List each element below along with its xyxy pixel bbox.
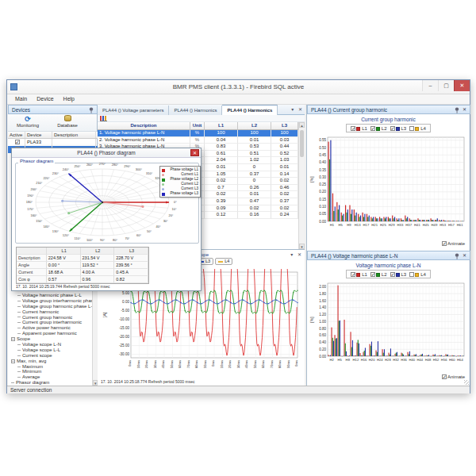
legend-item-l1[interactable]: ✓L1 [351, 272, 367, 277]
series-swatch-icon [376, 127, 380, 131]
legend-item-l4[interactable]: L4 [409, 272, 426, 277]
harmonic-row[interactable]: 1. Voltage harmonic phase L-N% 100100100 [98, 130, 305, 137]
phasor-info-row: Cos φ0.570.960.82 [17, 276, 148, 283]
column-header[interactable]: L3 [271, 122, 298, 130]
devices-panel-header: Devices [8, 105, 98, 114]
branch-tick [17, 322, 21, 323]
status-text: Server connection [10, 387, 52, 393]
svg-text:50ms: 50ms [253, 360, 257, 368]
svg-text:0°: 0° [174, 200, 177, 204]
panel-close-icon[interactable]: ✕ [298, 252, 301, 257]
series-checkbox[interactable]: ✓ [370, 126, 375, 131]
panel-dropdown-icon[interactable]: ▾ [290, 252, 293, 257]
legend-item-l2[interactable]: ✓L2 [370, 272, 387, 277]
tree-item[interactable]: Current scope [8, 353, 98, 359]
legend-item-l3[interactable]: ✓L3 [390, 126, 407, 131]
tree-item[interactable]: Phasor diagram [8, 380, 98, 386]
panel-header: ✕ PLA44 () Current group harmonic [307, 105, 470, 114]
menu-item-device[interactable]: Device [32, 94, 58, 103]
panel-close-icon[interactable]: ✕ [463, 106, 466, 114]
collapse-icon[interactable]: − [11, 359, 15, 363]
svg-text:300°: 300° [136, 167, 143, 171]
svg-text:40ms: 40ms [161, 360, 165, 368]
menu-item-help[interactable]: Help [59, 94, 79, 103]
tree-item[interactable]: Current group harmonic [8, 315, 98, 321]
tree-item[interactable]: Current group interharmonic [8, 320, 98, 325]
svg-text:10°: 10° [172, 207, 177, 211]
close-button[interactable]: ✕ [454, 80, 470, 91]
series-checkbox[interactable] [409, 126, 414, 131]
collapse-icon[interactable]: − [11, 337, 15, 341]
monitoring-button[interactable]: ⟳Monitoring [8, 114, 48, 131]
column-header[interactable]: L2 [238, 122, 271, 130]
tree-item[interactable]: Voltage group interharmonic phase L-L [8, 298, 98, 304]
scroll-down-icon[interactable]: ▼ [299, 244, 305, 249]
series-checkbox[interactable]: ✓ [351, 272, 355, 277]
tree-item[interactable]: Minimum [8, 369, 98, 374]
tree-item[interactable]: −Scope [8, 336, 98, 342]
minimize-button[interactable]: – [422, 80, 438, 91]
svg-text:0.80: 0.80 [319, 327, 326, 331]
svg-text:0.40: 0.40 [319, 160, 326, 164]
tree-item[interactable]: Average [8, 374, 98, 380]
harmonics-scrollbar[interactable]: ▲ ▼ [298, 122, 305, 249]
active-checkbox[interactable]: ✓ [15, 140, 20, 144]
pin-icon[interactable] [455, 253, 459, 262]
svg-text:80ms: 80ms [278, 360, 282, 368]
tree-item[interactable]: Apparent power harmonic [8, 331, 98, 336]
tree-item[interactable]: Active power harmonic [8, 325, 98, 331]
legend-item-l3[interactable]: ✓L3 [390, 272, 407, 277]
panel-close-icon[interactable]: ✕ [463, 251, 466, 260]
column-header[interactable]: Active [8, 132, 25, 138]
svg-text:-10.00: -10.00 [119, 317, 129, 321]
phasor-window[interactable]: PLA44 () Phasor diagram ✕ Phasor diagram… [11, 148, 202, 291]
legend-item-l1[interactable]: ✓L1 [351, 126, 367, 131]
svg-text:270°: 270° [99, 162, 106, 166]
animate-checkbox[interactable]: ✓ Animate [442, 241, 465, 246]
svg-text:[%]: [%] [309, 176, 314, 182]
scope-toggle-l4[interactable]: L4 [215, 258, 232, 265]
column-header[interactable]: Unit [190, 122, 205, 130]
series-checkbox[interactable]: ✓ [370, 272, 375, 277]
tab-close-icon[interactable]: ✕ [298, 107, 302, 112]
tree-item[interactable]: Maximum [8, 364, 98, 370]
database-button[interactable]: Database [48, 114, 87, 131]
menu-item-main[interactable]: Main [10, 94, 32, 103]
tab-list-dropdown-icon[interactable]: ▾ [291, 107, 294, 112]
svg-text:0.60: 0.60 [319, 333, 326, 337]
legend-item-l2[interactable]: ✓L2 [370, 126, 387, 131]
tree-item[interactable]: Voltage group harmonic phase L-L [8, 304, 98, 309]
series-checkbox[interactable]: ✓ [390, 126, 395, 131]
scroll-up-icon[interactable]: ▲ [299, 122, 305, 128]
series-checkbox[interactable]: ✓ [390, 272, 395, 277]
pin-icon[interactable] [455, 107, 459, 116]
maximize-button[interactable]: ▢ [438, 80, 454, 91]
harmonics-scroll-thumb[interactable] [300, 130, 304, 157]
legend-item-l4[interactable]: L4 [409, 126, 426, 131]
column-header[interactable]: Device [25, 132, 52, 138]
harmonic-row[interactable]: 2. Voltage harmonic phase L-N% 0.040.010… [98, 137, 305, 144]
svg-text:0.55: 0.55 [319, 138, 326, 142]
tab[interactable]: PLA44 () Harmonics [222, 105, 278, 115]
window-titlebar[interactable]: BMR PMS client (1.3.3.1) - Firebird SQL … [7, 80, 470, 94]
device-row[interactable]: ✓ PLA33 [8, 139, 98, 146]
branch-tick [17, 306, 21, 307]
tree-item[interactable]: Voltage scope L-L [8, 347, 98, 353]
resize-grip[interactable] [464, 380, 469, 385]
tree-item[interactable]: Current harmonic [8, 309, 98, 315]
chart-icon-button[interactable] [100, 116, 107, 121]
svg-text:5.00: 5.00 [122, 291, 129, 295]
svg-text:H33: H33 [397, 223, 404, 227]
tree-item[interactable]: Voltage harmonic phase L-L [8, 293, 98, 298]
column-header[interactable]: L1 [205, 122, 238, 130]
series-checkbox[interactable]: ✓ [351, 126, 355, 131]
svg-text:0.20: 0.20 [319, 190, 326, 194]
tree-item[interactable]: Voltage scope L-N [8, 342, 98, 347]
animate-checkbox[interactable]: ✓ Animate [442, 374, 465, 379]
phasor-window-titlebar[interactable]: PLA44 () Phasor diagram ✕ [12, 148, 201, 158]
tree-item[interactable]: −Max, min, avg [8, 359, 98, 364]
column-header[interactable]: Description [52, 132, 96, 138]
series-checkbox[interactable] [409, 272, 414, 277]
phasor-close-button[interactable]: ✕ [190, 149, 199, 156]
column-header[interactable]: Description [98, 122, 190, 130]
